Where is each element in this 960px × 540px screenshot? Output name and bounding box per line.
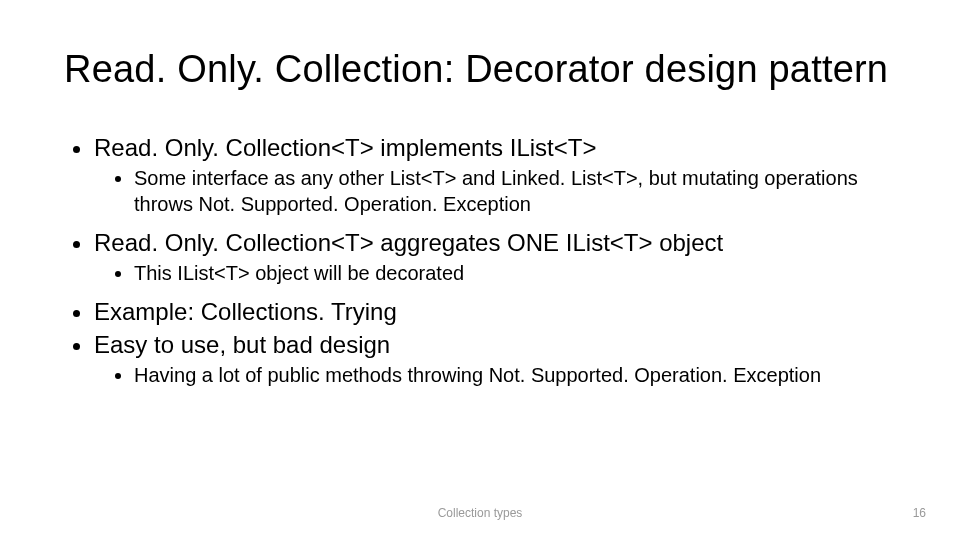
sub-bullet-item: This IList<T> object will be decorated	[134, 260, 896, 286]
sub-bullet-list: Having a lot of public methods throwing …	[94, 362, 896, 388]
bullet-list: Read. Only. Collection<T> implements ILi…	[64, 132, 896, 389]
bullet-item: Read. Only. Collection<T> implements ILi…	[94, 132, 896, 217]
bullet-item: Read. Only. Collection<T> aggregates ONE…	[94, 227, 896, 286]
bullet-text: Read. Only. Collection<T> aggregates ONE…	[94, 229, 723, 256]
slide-title: Read. Only. Collection: Decorator design…	[64, 48, 896, 92]
sub-bullet-item: Having a lot of public methods throwing …	[134, 362, 896, 388]
bullet-text: Read. Only. Collection<T> implements ILi…	[94, 134, 596, 161]
footer-label: Collection types	[0, 506, 960, 520]
sub-bullet-list: This IList<T> object will be decorated	[94, 260, 896, 286]
bullet-text: Easy to use, but bad design	[94, 331, 390, 358]
bullet-text: Example: Collections. Trying	[94, 298, 397, 325]
sub-bullet-item: Some interface as any other List<T> and …	[134, 165, 896, 217]
page-number: 16	[913, 506, 926, 520]
sub-bullet-list: Some interface as any other List<T> and …	[94, 165, 896, 217]
sub-bullet-text: Having a lot of public methods throwing …	[134, 364, 821, 386]
bullet-item: Example: Collections. Trying	[94, 296, 896, 327]
sub-bullet-text: Some interface as any other List<T> and …	[134, 167, 858, 215]
bullet-item: Easy to use, but bad design Having a lot…	[94, 329, 896, 388]
sub-bullet-text: This IList<T> object will be decorated	[134, 262, 464, 284]
slide: Read. Only. Collection: Decorator design…	[0, 0, 960, 540]
